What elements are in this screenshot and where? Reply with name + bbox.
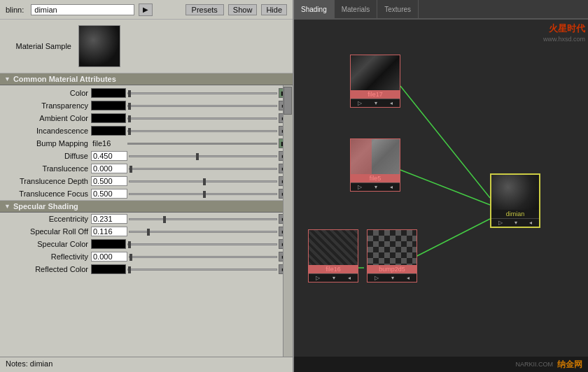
show-button[interactable]: Show xyxy=(228,4,258,15)
attr-file-bump: file16 xyxy=(91,139,126,148)
attr-row-translucence: Translucence ■ xyxy=(0,162,293,175)
node-dimian-title: dimian xyxy=(491,210,539,218)
material-sample-preview xyxy=(78,25,120,67)
attr-label-incandescence: Incandescence xyxy=(0,127,91,135)
node-file17-title: file17 xyxy=(351,90,400,99)
attr-value-specular-rolloff[interactable] xyxy=(91,227,127,236)
attr-row-ambient: Ambient Color ■ xyxy=(0,112,293,124)
node-file17-more[interactable]: ◂ xyxy=(390,100,393,106)
node-dimian-controls: ▷ ▾ ◂ xyxy=(491,218,539,227)
shader-arrow-btn[interactable]: ▶ xyxy=(139,3,153,16)
node-file17-play[interactable]: ▷ xyxy=(358,100,362,106)
node-editor-tab-2[interactable]: Materials xyxy=(335,0,378,18)
attr-label-eccentricity: Eccentricity xyxy=(0,215,91,223)
attr-row-translucence-depth: Translucence Depth ■ xyxy=(0,175,293,187)
section-specular-header[interactable]: ▼ Specular Shading xyxy=(0,200,293,213)
attr-label-transparency: Transparency xyxy=(0,101,91,110)
section-specular-triangle: ▼ xyxy=(4,203,10,210)
node-bump2d5[interactable]: bump2d5 ▷ ▾ ◂ xyxy=(367,229,417,282)
node-bump2d5-play[interactable]: ▷ xyxy=(374,275,379,281)
node-file16-more[interactable]: ◂ xyxy=(348,275,351,281)
node-file5-preview xyxy=(351,139,400,174)
node-file17-down[interactable]: ▾ xyxy=(374,100,377,106)
attr-swatch-specular-color[interactable] xyxy=(91,239,126,249)
connections-svg xyxy=(294,20,588,357)
node-dimian-play[interactable]: ▷ xyxy=(498,220,503,226)
svg-line-1 xyxy=(400,170,490,205)
node-editor-tabs: Shading Materials Textures xyxy=(294,0,419,18)
attr-slider-transparency xyxy=(127,101,277,110)
node-file16-play[interactable]: ▷ xyxy=(316,275,320,281)
node-file5-controls: ▷ ▾ ◂ xyxy=(351,183,400,191)
node-bump2d5-more[interactable]: ◂ xyxy=(407,275,410,281)
node-dimian-down[interactable]: ▾ xyxy=(514,220,517,226)
left-panel: blinn: ▶ Presets Show Hide Material Samp… xyxy=(0,0,294,372)
section-common-header[interactable]: ▼ Common Material Attributes xyxy=(0,73,293,85)
svg-line-3 xyxy=(414,219,490,257)
presets-button[interactable]: Presets xyxy=(186,4,224,15)
attr-swatch-color[interactable] xyxy=(91,88,126,98)
node-bump2d5-down[interactable]: ▾ xyxy=(391,275,394,281)
node-file16-down[interactable]: ▾ xyxy=(332,275,335,281)
attr-slider-diffuse[interactable] xyxy=(129,151,277,161)
node-canvas: file17 ▷ ▾ ◂ file5 ▷ ▾ ◂ file16 ▷ ▾ xyxy=(294,20,588,357)
shader-label: blinn: xyxy=(6,6,24,14)
attr-value-reflectivity[interactable] xyxy=(91,252,127,262)
svg-line-0 xyxy=(400,86,490,198)
material-sample-label: Material Sample xyxy=(8,42,71,50)
attr-value-diffuse[interactable] xyxy=(91,151,127,161)
attr-label-ambient: Ambient Color xyxy=(0,114,91,122)
node-file17[interactable]: file17 ▷ ▾ ◂ xyxy=(350,55,400,108)
attr-slider-ambient xyxy=(127,113,277,123)
node-file5[interactable]: file5 ▷ ▾ ◂ xyxy=(350,138,400,192)
notes-bar: Notes: dimian xyxy=(0,357,293,372)
node-editor-top-bar: Shading Materials Textures xyxy=(294,0,588,20)
attr-label-translucence-depth: Translucence Depth xyxy=(0,177,91,185)
node-dimian-preview xyxy=(491,175,539,210)
attr-row-bump: Bump Mapping file16 ◧ xyxy=(0,137,293,150)
node-bump2d5-title: bump2d5 xyxy=(368,265,416,273)
scrollbar-track[interactable] xyxy=(283,85,293,357)
attr-slider-bump xyxy=(127,138,277,148)
attr-row-reflectivity: Reflectivity ■ xyxy=(0,250,293,263)
attr-swatch-ambient[interactable] xyxy=(91,113,126,123)
hide-button[interactable]: Hide xyxy=(261,4,287,15)
node-editor-tab-3[interactable]: Textures xyxy=(377,0,419,18)
attr-row-reflected-color: Reflected Color ■ xyxy=(0,263,293,276)
attr-slider-translucence-depth[interactable] xyxy=(129,176,277,186)
attr-value-eccentricity[interactable] xyxy=(91,214,127,224)
attr-swatch-transparency[interactable] xyxy=(91,101,126,110)
node-file5-down[interactable]: ▾ xyxy=(374,184,377,190)
attr-swatch-reflected-color[interactable] xyxy=(91,264,126,274)
node-file16-preview xyxy=(309,230,358,265)
node-bump2d5-controls: ▷ ▾ ◂ xyxy=(368,273,416,282)
attr-value-translucence-focus[interactable] xyxy=(91,189,127,199)
scrollbar-thumb[interactable] xyxy=(284,87,292,115)
attr-label-color: Color xyxy=(0,89,91,97)
node-file16[interactable]: file16 ▷ ▾ ◂ xyxy=(308,229,358,282)
node-file5-play[interactable]: ▷ xyxy=(358,184,362,190)
section-specular-label: Specular Shading xyxy=(13,202,78,210)
attr-value-translucence-depth[interactable] xyxy=(91,176,127,186)
attr-slider-specular-rolloff[interactable] xyxy=(129,227,277,236)
attr-row-diffuse: Diffuse ■ xyxy=(0,150,293,162)
node-editor-tab-1[interactable]: Shading xyxy=(294,0,335,18)
shader-name-input[interactable] xyxy=(31,4,134,15)
attr-value-translucence[interactable] xyxy=(91,164,127,173)
attr-slider-reflectivity[interactable] xyxy=(129,252,277,262)
node-dimian-more[interactable]: ◂ xyxy=(529,220,532,226)
node-file5-more[interactable]: ◂ xyxy=(390,184,393,190)
attr-row-translucence-focus: Translucence Focus ■ xyxy=(0,187,293,200)
attr-slider-translucence[interactable] xyxy=(129,164,277,173)
attr-swatch-incandescence[interactable] xyxy=(91,126,126,136)
attr-slider-eccentricity[interactable] xyxy=(129,214,277,224)
node-dimian[interactable]: dimian ▷ ▾ ◂ xyxy=(490,173,540,228)
node-file16-title: file16 xyxy=(309,265,358,273)
attr-label-diffuse: Diffuse xyxy=(0,152,91,160)
attr-label-specular-rolloff: Specular Roll Off xyxy=(0,227,91,236)
attr-slider-translucence-focus[interactable] xyxy=(129,189,277,199)
section-common-label: Common Material Attributes xyxy=(13,75,116,83)
attr-row-transparency: Transparency ■ xyxy=(0,99,293,112)
attr-label-specular-color: Specular Color xyxy=(0,240,91,248)
material-sample-row: Material Sample xyxy=(0,20,293,73)
